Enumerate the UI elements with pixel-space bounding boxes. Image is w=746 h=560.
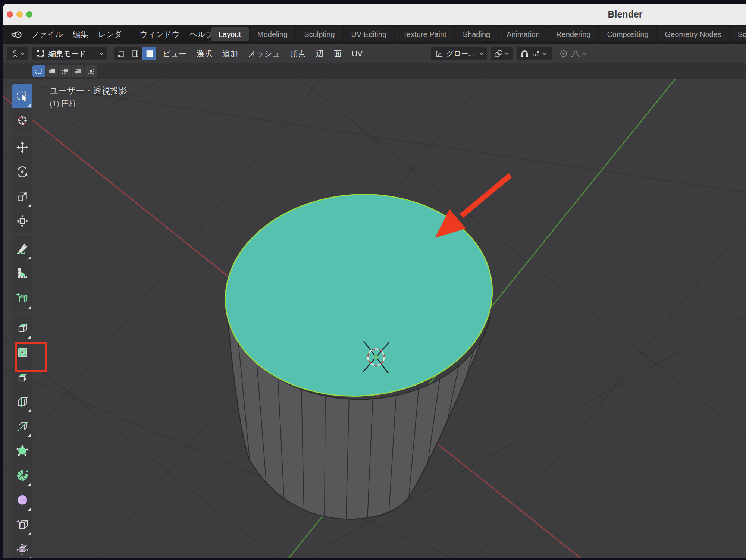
editor-type-button[interactable] [7,47,28,60]
move-icon [15,140,30,155]
scale-icon [15,189,30,204]
tool-poly-build[interactable] [12,438,32,463]
workspace-tabs: Layout Modeling Sculpting UV Editing Tex… [211,27,746,41]
vertex-mode-icon [117,49,126,58]
snap-increment-icon [531,49,540,58]
transform-icon [15,214,30,229]
chevron-down-icon [583,53,586,55]
tab-uv-editing[interactable]: UV Editing [344,27,395,41]
tool-extrude-region[interactable] [12,315,32,340]
select-option-extend[interactable] [46,65,58,77]
select-option-invert[interactable] [72,65,84,77]
cylinder[interactable] [219,186,499,519]
select-option-subtract[interactable] [59,65,71,77]
tool-annotate[interactable] [12,236,32,261]
face-mode-icon [145,49,154,58]
falloff-curve-icon [571,49,580,58]
tool-knife[interactable] [12,414,32,438]
snap-dropdown[interactable] [517,47,552,60]
pivot-point-dropdown[interactable] [491,47,513,60]
tool-edge-slide[interactable] [12,512,32,537]
tab-modeling[interactable]: Modeling [250,27,295,41]
tool-loop-cut[interactable] [12,389,32,414]
tool-settings-bar [3,63,746,79]
tool-add-cube[interactable] [12,286,32,311]
menu-mesh[interactable]: メッシュ [248,48,280,59]
menu-edit[interactable]: 編集 [68,29,93,40]
tab-animation[interactable]: Animation [499,27,548,41]
traffic-lights [7,11,32,18]
tool-transform[interactable] [12,209,32,233]
transform-orientation-dropdown[interactable]: グロー... [431,47,487,60]
tab-texture-paint[interactable]: Texture Paint [395,27,454,41]
viewport-scene [3,79,746,558]
close-button[interactable] [7,11,13,18]
menu-add[interactable]: 追加 [222,48,238,59]
tool-move[interactable] [12,135,32,160]
select-option-new[interactable] [32,65,45,77]
annotation-arrow [435,175,510,238]
tab-scripting[interactable]: Scripting [730,27,746,41]
minimize-button[interactable] [16,11,23,18]
proportional-editing-controls[interactable] [557,47,591,60]
viewport-editor-icon [10,49,19,58]
annotate-icon [15,241,30,256]
pivot-icon [493,49,503,58]
knife-icon [15,419,30,434]
menu-view[interactable]: ビュー [163,48,186,59]
extrude-region-icon [15,320,30,335]
menu-window[interactable]: ウィンドウ [135,29,184,40]
chevron-down-icon [480,53,483,55]
zoom-button[interactable] [26,11,32,18]
mode-label: 編集モード [48,49,96,59]
tool-select-box[interactable] [12,84,32,108]
menu-uv[interactable]: UV [352,49,363,58]
tool-highlight-box [15,342,47,372]
tool-rotate[interactable] [12,160,32,184]
viewport-header: 編集モード ビュー [3,44,746,63]
tab-geometry-nodes[interactable]: Geometry Nodes [657,27,729,41]
select-new-icon [35,68,43,74]
edge-select-mode-button[interactable] [128,47,142,60]
tool-cursor[interactable] [12,108,32,133]
tool-spin[interactable] [12,463,32,488]
edge-mode-icon [131,49,140,58]
tool-smooth[interactable] [12,488,32,512]
tool-measure[interactable] [12,261,32,286]
chevron-down-icon [21,53,24,55]
select-option-intersect[interactable] [85,65,97,77]
tab-layout[interactable]: Layout [211,27,249,41]
loop-cut-icon [15,394,30,409]
proportional-editing-icon [559,49,568,58]
add-cube-icon [15,291,30,306]
menu-edge[interactable]: 辺 [316,48,324,59]
menu-file[interactable]: ファイル [26,29,68,40]
tab-compositing[interactable]: Compositing [599,27,656,41]
toolbar [12,84,32,558]
chevron-down-icon [505,53,509,55]
chevron-down-icon [100,53,103,55]
vertex-select-mode-button[interactable] [114,47,128,60]
select-box-icon [15,88,30,103]
tab-rendering[interactable]: Rendering [548,27,598,41]
blender-window: Blender ファイル 編集 レンダー ウィンドウ ヘルプ Layout Mo… [3,4,746,558]
edit-mode-icon [36,49,45,58]
face-select-mode-button[interactable] [142,47,156,60]
menu-vertex[interactable]: 頂点 [290,48,306,59]
select-extend-icon [48,68,56,74]
tab-sculpting[interactable]: Sculpting [296,27,342,41]
select-option-group [32,65,97,77]
tool-shrink-fatten[interactable] [12,537,32,558]
3d-viewport[interactable]: ユーザー・透視投影 (1) 円柱 [3,79,746,558]
mode-dropdown[interactable]: 編集モード [32,47,107,60]
menu-face[interactable]: 面 [334,48,342,59]
menu-select[interactable]: 選択 [197,48,212,59]
tool-scale[interactable] [12,184,32,209]
select-subtract-icon [61,68,69,74]
window-title: Blender [608,9,642,20]
titlebar: Blender [3,4,746,25]
view-perspective-label: ユーザー・透視投影 [50,85,127,97]
menu-render[interactable]: レンダー [93,29,135,40]
tab-shading[interactable]: Shading [455,27,498,41]
chevron-down-icon [542,53,546,55]
